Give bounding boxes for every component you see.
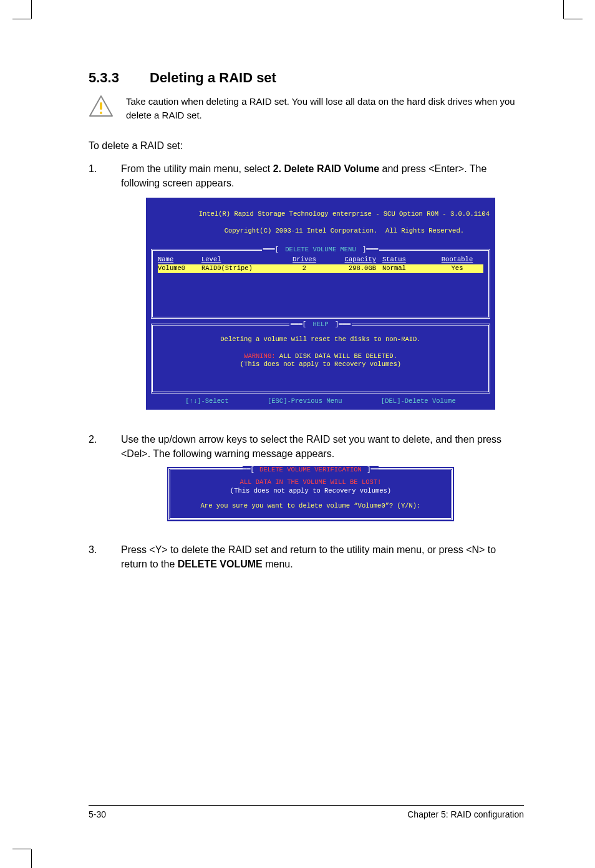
crop-mark <box>12 19 31 19</box>
bios-footer: [↑↓]-Select [ESC]-Previous Menu [DEL]-De… <box>151 393 490 407</box>
footer-delete: [DEL]-Delete Volume <box>381 397 456 406</box>
col-capacity: Capacity <box>326 256 382 264</box>
step-1: 1. From the utility main menu, select 2.… <box>89 162 524 422</box>
steps-list: 1. From the utility main menu, select 2.… <box>89 162 524 571</box>
verify-frame: ══[ DELETE VOLUME VERIFICATION ]══ ALL D… <box>168 468 453 520</box>
crop-mark <box>31 849 32 868</box>
delete-volume-menu-frame: ═══[ DELETE VOLUME MENU ]═══ Name Level … <box>151 249 490 318</box>
help-warning-line: WARNING: ALL DISK DATA WILL BE DELETED. <box>158 352 483 361</box>
warning-icon <box>89 95 114 120</box>
cell-status: Normal <box>382 264 432 273</box>
frame-label: ═══[ DELETE VOLUME MENU ]═══ <box>153 246 488 254</box>
step-3: 3. Press <Y> to delete the RAID set and … <box>89 542 524 571</box>
chapter-label: Chapter 5: RAID configuration <box>407 809 524 819</box>
step-bold: DELETE VOLUME <box>178 559 263 569</box>
step-number: 1. <box>89 162 101 422</box>
cell-drives: 2 <box>283 264 326 273</box>
step-body: Press <Y> to delete the RAID set and ret… <box>121 542 524 571</box>
cell-level: RAID0(Stripe) <box>201 264 283 273</box>
step-text: From the utility main menu, select <box>121 163 273 174</box>
verify-dialog: ══[ DELETE VOLUME VERIFICATION ]══ ALL D… <box>167 467 454 521</box>
caution-block: Take caution when deleting a RAID set. Y… <box>89 95 524 122</box>
footer-select: [↑↓]-Select <box>185 397 228 406</box>
step-text: menu. <box>263 559 293 569</box>
verify-label: DELETE VOLUME VERIFICATION <box>258 466 363 473</box>
svg-point-2 <box>100 112 102 114</box>
page: 5.3.3Deleting a RAID set Take caution wh… <box>0 0 595 868</box>
page-number: 5-30 <box>89 809 106 819</box>
cell-name: Volume0 <box>158 264 201 273</box>
bios-title: Intel(R) Rapid Storage Technology enterp… <box>151 201 490 244</box>
volume-row-selected[interactable]: Volume0 RAID0(Stripe) 2 298.0GB Normal Y… <box>158 264 483 273</box>
page-footer: 5-30 Chapter 5: RAID configuration <box>89 805 524 819</box>
footer-previous: [ESC]-Previous Menu <box>268 397 342 406</box>
help-warning-text: ALL DISK DATA WILL BE DELETED. <box>276 352 397 360</box>
crop-mark <box>564 19 583 19</box>
col-name: Name <box>158 256 201 264</box>
step-2: 2. Use the up/down arrow keys to select … <box>89 432 524 533</box>
step-number: 3. <box>89 542 101 571</box>
step-text: Use the up/down arrow keys to select the… <box>121 434 501 459</box>
cell-capacity: 298.0GB <box>326 264 382 273</box>
section-number: 5.3.3 <box>89 70 150 86</box>
verify-prompt: Are you sure you want to delete volume “… <box>177 501 445 510</box>
section-heading: 5.3.3Deleting a RAID set <box>89 70 524 86</box>
verify-line2: (This does not apply to Recovery volumes… <box>177 486 445 495</box>
step-body: From the utility main menu, select 2. De… <box>121 162 524 422</box>
help-body: Deleting a volume will reset the disks t… <box>158 327 483 386</box>
help-label: HELP <box>311 321 329 328</box>
help-line3: (This does not apply to Recovery volumes… <box>158 360 483 369</box>
col-level: Level <box>201 256 283 264</box>
step-body: Use the up/down arrow keys to select the… <box>121 432 524 533</box>
cell-bootable: Yes <box>432 264 482 273</box>
svg-rect-1 <box>100 102 102 110</box>
help-warning-label: WARNING: <box>244 352 275 360</box>
caution-text: Take caution when deleting a RAID set. Y… <box>126 95 524 122</box>
intro-text: To delete a RAID set: <box>89 138 524 153</box>
crop-mark <box>563 0 564 19</box>
crop-mark <box>31 0 32 19</box>
col-drives: Drives <box>283 256 326 264</box>
frame-label: ═══[ HELP ]═══ <box>153 321 488 329</box>
help-line1: Deleting a volume will reset the disks t… <box>158 335 483 344</box>
verify-line1: ALL DATA IN THE VOLUME WILL BE LOST! <box>177 478 445 486</box>
volume-table-header: Name Level Drives Capacity Status Bootab… <box>158 256 483 264</box>
col-status: Status <box>382 256 432 264</box>
help-frame: ═══[ HELP ]═══ Deleting a volume will re… <box>151 324 490 394</box>
col-bootable: Bootable <box>432 256 482 264</box>
crop-mark <box>12 849 31 849</box>
bios-screenshot: Intel(R) Rapid Storage Technology enterp… <box>146 198 495 410</box>
bios-title-line2: Copyright(C) 2003-11 Intel Corporation. … <box>225 227 464 234</box>
frame-label: ══[ DELETE VOLUME VERIFICATION ]══ <box>170 465 451 474</box>
bios-title-line1: Intel(R) Rapid Storage Technology enterp… <box>199 210 490 218</box>
menu-label: DELETE VOLUME MENU <box>284 246 357 253</box>
section-title: Deleting a RAID set <box>150 70 276 85</box>
step-bold: 2. Delete RAID Volume <box>273 163 379 174</box>
step-number: 2. <box>89 432 101 533</box>
